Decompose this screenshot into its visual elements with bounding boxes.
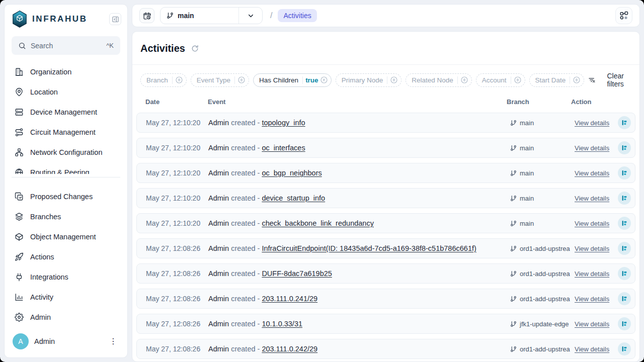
row-date: May 27, 12:08:26 <box>146 320 208 328</box>
row-branch: main <box>510 144 575 152</box>
table-row: May 27, 12:08:26 Admin created - 10.1.0.… <box>136 314 635 334</box>
view-details-link[interactable]: View details <box>575 119 609 127</box>
plus-circle-icon[interactable] <box>573 76 581 84</box>
view-details-link[interactable]: View details <box>575 220 609 227</box>
row-date: May 27, 12:10:20 <box>146 169 208 177</box>
branch-name: main <box>520 195 534 202</box>
git-branch-icon <box>167 12 174 19</box>
event-object-link[interactable]: topology_info <box>262 119 305 127</box>
sidebar-item-routing-peering[interactable]: Routing & Peering <box>8 162 124 174</box>
row-event: Admin created - check_backbone_link_redu… <box>208 219 510 227</box>
git-branch-icon <box>510 145 517 151</box>
row-date: May 27, 12:10:20 <box>146 119 208 127</box>
sidebar-item-object-management[interactable]: Object Management <box>8 227 124 247</box>
row-event: Admin created - InfraCircuitEndpoint(ID:… <box>208 244 510 252</box>
sidebar-item-device-management[interactable]: Device Management <box>8 102 124 122</box>
plus-circle-icon[interactable] <box>175 76 183 84</box>
event-object-link[interactable]: 203.111.0.242/29 <box>262 345 317 353</box>
related-tree-button[interactable] <box>618 141 631 154</box>
filter-pill-related-node[interactable]: Related Node <box>406 73 472 87</box>
event-actor: Admin <box>208 169 229 177</box>
column-header-date: Date <box>145 98 208 106</box>
x-circle-icon[interactable] <box>320 76 328 84</box>
related-tree-button[interactable] <box>618 317 631 330</box>
sidebar-item-circuit-management[interactable]: Circuit Management <box>8 122 124 142</box>
row-branch: main <box>510 195 575 202</box>
view-details-link[interactable]: View details <box>575 345 609 353</box>
map-pin-icon <box>15 87 24 97</box>
sidebar-collapse-button[interactable] <box>109 13 121 25</box>
table-body: May 27, 12:10:20 Admin created - topolog… <box>132 113 639 361</box>
time-travel-button[interactable] <box>139 8 154 23</box>
view-details-link[interactable]: View details <box>575 320 609 328</box>
view-details-link[interactable]: View details <box>575 295 609 303</box>
filter-pill-branch[interactable]: Branch <box>140 73 187 87</box>
related-tree-button[interactable] <box>618 342 631 355</box>
filter-pill-event-type[interactable]: Event Type <box>191 73 249 87</box>
view-details-link[interactable]: View details <box>575 195 609 202</box>
event-object-link[interactable]: 10.1.0.33/31 <box>262 320 302 328</box>
sidebar-item-activity[interactable]: Activity <box>8 287 124 307</box>
view-details-link[interactable]: View details <box>575 144 609 152</box>
related-tree-button[interactable] <box>618 267 631 280</box>
branch-name: main <box>520 119 534 127</box>
schema-graph-button[interactable] <box>615 7 632 24</box>
event-object-link[interactable]: DUFF-8dac7a619b25 <box>262 269 332 278</box>
event-object-link[interactable]: InfraCircuitEndpoint(ID: 18435a6d-7cd5-a… <box>262 244 476 252</box>
sidebar-item-proposed-changes[interactable]: Proposed Changes <box>8 187 124 207</box>
filter-pill-primary-node[interactable]: Primary Node <box>336 73 402 87</box>
search-input[interactable]: Search ^K <box>12 36 120 55</box>
user-menu-button[interactable]: ⋮ <box>107 338 119 345</box>
sidebar-item-organization[interactable]: Organization <box>8 62 124 82</box>
event-object-link[interactable]: check_backbone_link_redundancy <box>262 219 374 227</box>
related-tree-button[interactable] <box>618 217 631 230</box>
route-icon <box>15 128 24 137</box>
view-details-link[interactable]: View details <box>575 270 609 278</box>
filter-pill-account[interactable]: Account <box>476 73 525 87</box>
sidebar-item-label: Activity <box>30 293 53 301</box>
network-icon <box>15 148 24 157</box>
sidebar-item-location[interactable]: Location <box>8 82 124 102</box>
plug-icon <box>15 273 24 282</box>
row-event: Admin created - device_startup_info <box>208 194 510 202</box>
refresh-button[interactable] <box>191 44 199 53</box>
related-tree-button[interactable] <box>618 166 631 179</box>
plus-circle-icon[interactable] <box>514 76 522 84</box>
plus-circle-icon[interactable] <box>390 76 398 84</box>
table-row: May 27, 12:10:20 Admin created - oc_inte… <box>136 138 635 158</box>
view-details-link[interactable]: View details <box>575 169 609 177</box>
related-tree-button[interactable] <box>618 292 631 305</box>
branch-name: ord1-add-upstrea <box>520 245 570 252</box>
related-tree-button[interactable] <box>618 242 631 255</box>
branch-name: ord1-add-upstrea <box>520 270 570 278</box>
event-actor: Admin <box>208 244 229 252</box>
filter-pill-has-children[interactable]: Has Children true <box>253 73 332 87</box>
sidebar-item-network-configuration[interactable]: Network Configuration <box>8 142 124 162</box>
event-object-link[interactable]: oc_bgp_neighbors <box>262 169 321 177</box>
sidebar-item-admin[interactable]: Admin <box>8 307 124 327</box>
user-row[interactable]: A Admin ⋮ <box>5 327 127 357</box>
logo-row: INFRAHUB <box>5 5 127 30</box>
branch-selector-value: main <box>178 12 194 20</box>
row-event: Admin created - oc_interfaces <box>208 144 510 152</box>
breadcrumb-current[interactable]: Activities <box>278 9 316 22</box>
filter-pill-start-date[interactable]: Start Date <box>529 73 585 87</box>
row-event: Admin created - 203.111.0.241/29 <box>208 295 510 303</box>
plus-circle-icon[interactable] <box>460 76 468 84</box>
sidebar-item-integrations[interactable]: Integrations <box>8 267 124 287</box>
column-header-branch: Branch <box>507 98 571 106</box>
row-branch: jfk1-update-edge <box>510 320 575 328</box>
event-object-link[interactable]: oc_interfaces <box>262 144 305 152</box>
column-header-event: Event <box>208 98 507 106</box>
related-tree-button[interactable] <box>618 192 631 205</box>
sidebar-item-actions[interactable]: Actions <box>8 247 124 267</box>
sidebar-item-branches[interactable]: Branches <box>8 207 124 227</box>
view-details-link[interactable]: View details <box>575 245 609 252</box>
plus-circle-icon[interactable] <box>237 76 246 84</box>
sidebar-item-label: Device Management <box>30 108 97 116</box>
related-tree-button[interactable] <box>618 116 631 129</box>
clear-filters-button[interactable]: Clear filters <box>588 72 631 88</box>
event-object-link[interactable]: 203.111.0.241/29 <box>262 295 317 303</box>
event-object-link[interactable]: device_startup_info <box>262 194 325 202</box>
branch-selector[interactable]: main <box>160 7 263 24</box>
